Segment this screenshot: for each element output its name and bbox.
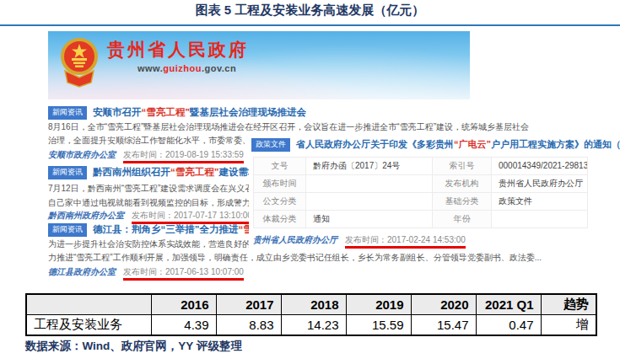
meta-value: 通知	[306, 211, 433, 228]
title-highlight: “广电云”	[454, 139, 491, 149]
news-item-footer: 德江县政府办公室发布时间：2017-06-13 10:07:00	[48, 266, 244, 278]
time-value: 2017-06-13 10:07:00	[165, 267, 244, 276]
title-divider	[0, 24, 620, 26]
meta-value	[306, 175, 433, 193]
news-item-body: 力推进“雪亮工程”工作顺利开展，加强领导，明确责任，成立由乡党委书记任组长，乡长…	[48, 252, 588, 264]
meta-label: 基础分类	[433, 193, 492, 211]
time-value: 2019-08-19 15:33:59	[165, 150, 244, 159]
meta-value	[492, 211, 588, 228]
policy-footer: 贵州省人民政府办公厅发布时间：2017-02-24 14:53:00	[253, 234, 466, 246]
url-www: www.	[137, 63, 163, 73]
meta-value: 政策文件	[492, 193, 588, 211]
policy-doc-panel: 政策文件省人民政府办公厅关于印发《多彩贵州“广电云”户户用工程实施方案》的通知（…	[249, 136, 620, 250]
news-tag: 新闻资讯	[48, 223, 87, 237]
title-highlight: “雪亮工程”	[142, 107, 191, 117]
news-item-footer: 黔西南州政府办公室发布时间：2017-07-17 13:10:00	[48, 210, 252, 222]
publisher-link: 德江县政府办公室	[48, 267, 116, 276]
title-text: 黔西南州组织召开	[93, 167, 170, 177]
title-text: 户户用工程实施方案》的通知（黔府办函〔2017〕	[491, 139, 620, 149]
publisher-link: 安顺市政府办公室	[48, 150, 116, 159]
news-item-title[interactable]: 新闻资讯安顺市召开“雪亮工程”暨基层社会治理现场推进会	[48, 106, 306, 120]
title-text: 安顺市召开	[93, 107, 142, 117]
title-highlight: “雪亮工程”	[170, 167, 219, 177]
header-cell	[26, 294, 151, 315]
policy-tag: 政策文件	[251, 138, 290, 152]
value-cell: 15.59	[346, 315, 411, 336]
title-text: 德江县：荆角乡“三举措”全力推进	[93, 224, 239, 234]
meta-label: 年份	[433, 211, 492, 228]
value-cell: 增	[541, 315, 596, 336]
publisher-link: 黔西南州政府办公室	[48, 211, 124, 220]
figure-title: 图表 5 工程及安装业务高速发展（亿元）	[0, 3, 620, 19]
header-cell: 趋势	[541, 294, 596, 315]
meta-value: 000014349/2021-2981388	[492, 158, 588, 175]
gov-site-banner: 贵州省人民政府 www.guizhou.gov.cn	[48, 31, 470, 99]
value-cell: 14.23	[281, 315, 346, 336]
header-cell: 2021 Q1	[476, 294, 541, 315]
publisher-link: 贵州省人民政府办公厅	[253, 235, 337, 244]
header-cell: 2019	[346, 294, 411, 315]
time-label: 发布时间：	[123, 267, 165, 276]
meta-value	[306, 193, 433, 211]
row-label: 工程及安装业务	[26, 315, 151, 336]
url-suffix: .gov.cn	[202, 63, 236, 73]
report-figure: 图表 5 工程及安装业务高速发展（亿元） 贵州省人民政府 www.guizhou…	[0, 0, 620, 364]
meta-label: 公文分类	[254, 193, 306, 211]
title-text: 省人民政府办公厅关于印发《多彩贵州	[296, 139, 454, 149]
site-url: www.guizhou.gov.cn	[137, 63, 236, 73]
publish-time-underline: 发布时间：2017-02-24 14:53:00	[345, 235, 466, 249]
news-item-footer: 安顺市政府办公室发布时间：2019-08-19 15:33:59	[48, 149, 244, 161]
meta-value: 贵州省人民政府办公厅	[492, 175, 588, 193]
news-item-body: 8月16日，全市“雪亮工程”暨基层社会治理现场推进会在经开区召开，会议旨在进一步…	[48, 121, 542, 133]
time-value: 2017-07-17 13:10:00	[174, 211, 252, 220]
news-tag: 新闻资讯	[48, 106, 87, 120]
publish-time-underline: 发布时间：2019-08-19 15:33:59	[123, 150, 244, 163]
policy-title[interactable]: 政策文件省人民政府办公厅关于印发《多彩贵州“广电云”户户用工程实施方案》的通知（…	[251, 138, 620, 153]
value-cell: 15.47	[411, 315, 476, 336]
header-cell: 2017	[216, 294, 281, 315]
time-value: 2017-02-24 14:53:00	[387, 235, 466, 244]
header-cell: 2016	[151, 294, 216, 315]
china-national-emblem-icon	[60, 37, 99, 91]
title-text: 暨基层社会治理现场推进会	[190, 107, 306, 117]
meta-value: 黔府办函〔2017〕24号	[306, 158, 433, 175]
meta-label: 索引号	[433, 158, 492, 175]
time-label: 发布时间：	[123, 150, 165, 159]
meta-label: 发布机构	[433, 175, 492, 193]
value-cell: 0.47	[476, 315, 541, 336]
value-cell: 8.83	[216, 315, 281, 336]
meta-label: 体裁分类	[254, 211, 306, 228]
time-label: 发布时间：	[345, 235, 387, 244]
news-tag: 新闻资讯	[48, 166, 87, 179]
url-domain: guizhou	[163, 63, 202, 73]
table-row: 工程及安装业务 4.39 8.83 14.23 15.59 15.47 0.47…	[26, 315, 596, 336]
policy-meta-table: 文号 黔府办函〔2017〕24号 索引号 000014349/2021-2981…	[253, 157, 588, 228]
meta-label: 文号	[254, 158, 306, 175]
meta-label: 颁布时间	[254, 175, 306, 193]
time-label: 发布时间：	[132, 211, 174, 220]
publish-time-underline: 发布时间：2017-06-13 10:07:00	[123, 267, 244, 281]
value-cell: 4.39	[151, 315, 216, 336]
table-header-row: 2016 2017 2018 2019 2020 2021 Q1 趋势	[26, 294, 596, 315]
site-name: 贵州省人民政府	[107, 38, 249, 62]
data-source-note: 数据来源：Wind、政府官网，YY 评级整理	[25, 339, 242, 354]
publish-time-underline: 发布时间：2017-07-17 13:10:00	[132, 211, 252, 224]
figure-data-table: 2016 2017 2018 2019 2020 2021 Q1 趋势 工程及安…	[25, 293, 597, 336]
header-cell: 2020	[411, 294, 476, 315]
header-cell: 2018	[281, 294, 346, 315]
